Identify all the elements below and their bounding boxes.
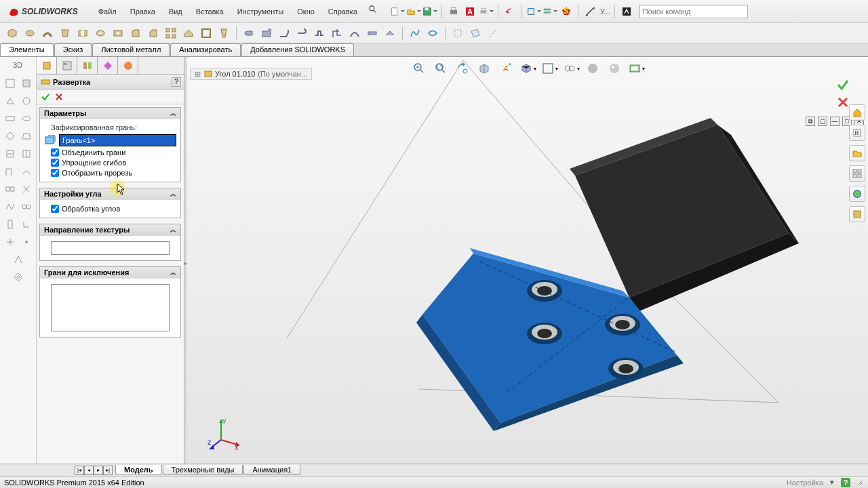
check-merge-faces-box[interactable] [51,148,59,157]
sheetmetal-jog-button[interactable] [311,25,328,41]
bottom-tab-animation[interactable]: Анимация1 [243,465,300,475]
tp-custom-button[interactable] [849,206,865,222]
tab-sketch[interactable]: Эскиз [54,43,92,56]
tab-elements[interactable]: Элементы [0,43,54,56]
view-tool-1[interactable] [3,76,18,91]
shell-button[interactable] [198,25,214,41]
cancel-icon[interactable] [54,92,64,102]
sheetmetal-fold-button[interactable] [382,25,398,41]
check-merge-faces[interactable]: Объединить грани [51,148,176,157]
check-show-slit[interactable]: Отобразить прорезь [51,169,176,177]
view-tool-19[interactable] [3,235,18,249]
options-button[interactable] [542,4,557,19]
menu-file[interactable]: Файл [92,5,123,18]
tp-explorer-button[interactable] [849,145,865,161]
nav-last-icon[interactable]: ▸| [103,466,113,475]
win-single-icon[interactable]: ▢ [818,117,827,126]
face-select-icon[interactable] [44,134,56,146]
confirm-cancel-icon[interactable] [835,95,850,110]
pm-tab-display[interactable] [77,57,98,74]
view-tool-14[interactable] [19,182,34,197]
view-tool-5[interactable] [3,111,18,126]
view-tool-21[interactable] [11,252,26,267]
view-tool-18[interactable] [19,217,34,232]
pm-group-exclude-head[interactable]: Грани для исключения︽ [40,267,180,279]
plane-button[interactable] [467,25,484,41]
win-min-icon[interactable]: — [830,117,840,126]
sheetmetal-unfold-button[interactable] [364,25,380,41]
hole-button[interactable] [110,25,126,41]
check-corner-treat[interactable]: Обработка углов [51,205,176,213]
view-tool-9[interactable] [3,146,18,161]
rib-button[interactable] [180,25,197,41]
loft-button[interactable] [57,25,73,41]
tp-appearance-button[interactable] [849,186,865,202]
check-simplify-bends-box[interactable] [51,159,59,167]
bottom-tab-3dviews[interactable]: Трехмерные виды [163,465,243,475]
check-corner-treat-box[interactable] [51,205,59,213]
pm-group-corner-head[interactable]: Настройки угла︽ [40,188,180,200]
nav-next-icon[interactable]: ▸ [94,466,103,475]
tp-home-button[interactable] [849,104,865,121]
menu-window[interactable]: Окно [290,5,321,18]
print-button[interactable] [446,4,461,19]
view-tool-17[interactable] [3,217,18,232]
view-tool-6[interactable] [19,111,34,126]
pm-help-button[interactable]: ? [172,77,181,87]
save-button[interactable] [422,4,437,19]
status-help-button[interactable]: ? [841,478,850,487]
tp-library-button[interactable] [849,125,865,141]
curve-button[interactable] [407,25,423,41]
rebuild-button[interactable] [526,4,541,19]
cut-revolve-button[interactable] [92,25,108,41]
win-multi-icon[interactable]: ⧉ [806,117,815,126]
revolve-button[interactable] [22,25,38,41]
menu-insert[interactable]: Вставка [189,5,231,18]
extrude-button[interactable] [4,25,20,41]
check-simplify-bends[interactable]: Упрощение сгибов [51,159,176,167]
sheetmetal-edge-button[interactable] [276,25,292,41]
menu-edit[interactable]: Правка [123,5,162,18]
3d-sketch-icon[interactable]: 3D [11,58,26,73]
view-tool-22[interactable] [11,270,26,285]
pm-tab-config[interactable] [57,57,77,74]
tab-sheetmetal[interactable]: Листовой металл [92,43,170,56]
confirm-ok-icon[interactable] [835,77,850,92]
pm-tab-appearance[interactable] [118,57,138,74]
view-tool-3[interactable] [3,94,18,108]
view-tool-13[interactable] [3,182,18,197]
chamfer-button[interactable] [145,25,161,41]
pm-group-texture-head[interactable]: Направление текстуры︽ [40,224,180,236]
tab-addins[interactable]: Добавления SOLIDWORKS [241,43,354,56]
new-button[interactable] [390,4,405,19]
pm-group-params-head[interactable]: Параметры︽ [40,108,180,119]
menu-help[interactable]: Справка [321,5,364,18]
view-tool-7[interactable] [3,129,18,144]
view-tool-11[interactable] [3,164,18,179]
measure-button[interactable] [583,4,597,19]
nav-prev-icon[interactable]: ◂ [84,466,94,475]
view-tool-4[interactable] [19,94,34,108]
pm-tab-dimxpert[interactable] [98,57,118,74]
view-tool-12[interactable] [19,164,34,179]
view-tool-16[interactable] [19,199,34,214]
command-search-icon[interactable] [619,4,634,19]
sweep-button[interactable] [39,25,56,41]
superman-icon[interactable]: S [559,4,574,19]
pattern-button[interactable] [163,25,179,41]
curve2-button[interactable] [425,25,441,41]
exclude-faces-list[interactable] [51,284,170,331]
pdf-button[interactable]: A [462,4,477,19]
cut-extrude-button[interactable] [75,25,91,41]
fillet-button[interactable] [127,25,144,41]
view-tool-10[interactable] [19,146,34,161]
sheetmetal-flange-button[interactable] [258,25,275,41]
menu-search-icon[interactable] [368,5,378,14]
command-search-box[interactable] [639,5,748,18]
selected-face[interactable]: Грань<1> [59,134,176,146]
undo-button[interactable] [502,4,517,19]
view-tool-8[interactable] [19,129,34,144]
graphics-viewport[interactable]: ⊞ Угол 01.010 (По умолчан... A ▾ ▾ ▾ ▾ [187,57,868,464]
sheetmetal-hem-button[interactable] [294,25,310,41]
ok-icon[interactable] [41,92,50,102]
